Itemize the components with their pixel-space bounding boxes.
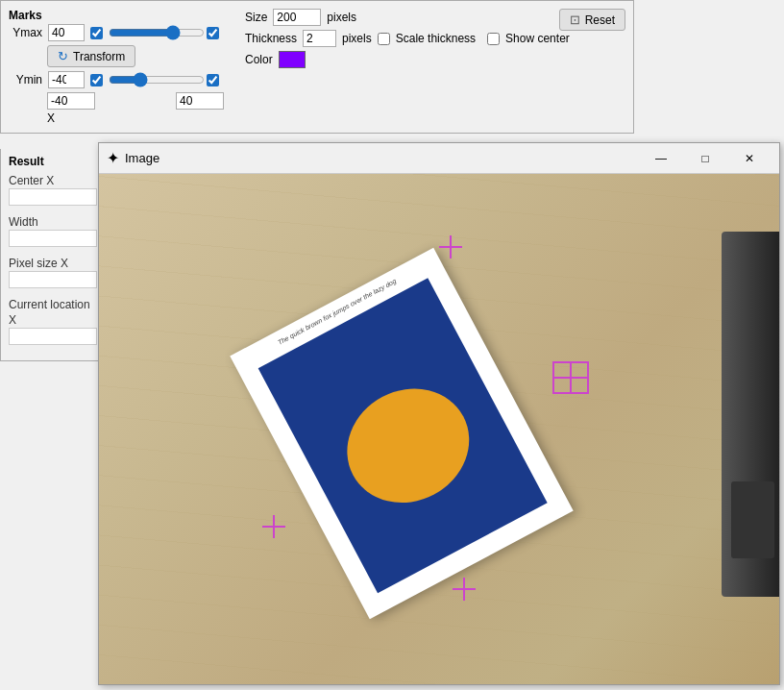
results-panel: Result Center X Width Pixel size X Curre…	[0, 149, 106, 361]
show-center-checkbox[interactable]	[487, 33, 500, 45]
thickness-label: Thickness	[245, 32, 297, 45]
minimize-button[interactable]: —	[639, 145, 683, 172]
marks-section-label: Marks	[9, 9, 224, 22]
width-item: Width	[9, 215, 97, 247]
width-label: Width	[9, 215, 97, 229]
selection-box	[552, 361, 589, 394]
pixel-size-x-label: Pixel size X	[9, 257, 97, 270]
crosshair-bottom-right	[453, 578, 476, 601]
ymax-label: Ymax	[9, 26, 42, 39]
paper-circle-orange	[327, 367, 489, 524]
result-section-label: Result	[9, 155, 97, 168]
current-location-item: Current location X	[9, 298, 97, 345]
current-location-label: Current location	[9, 298, 97, 311]
ymin-slider-checkbox[interactable]	[207, 74, 219, 86]
reset-button[interactable]: ⊡ Reset	[559, 9, 625, 31]
crosshair-top	[439, 235, 462, 259]
ymax-checkbox[interactable]	[90, 27, 103, 39]
ymin-slider[interactable]	[109, 71, 205, 88]
ymax-slider-checkbox[interactable]	[207, 27, 219, 39]
window-titlebar: ✦ Image — □ ✕	[99, 143, 779, 174]
pixel-size-item: Pixel size X	[9, 257, 97, 288]
show-center-label: Show center	[505, 32, 570, 45]
xmax-input[interactable]	[176, 92, 224, 110]
reset-icon: ⊡	[570, 12, 580, 27]
size-input[interactable]	[273, 9, 321, 26]
control-panel: Marks Ymax ↻ Transform Ymin	[0, 0, 634, 134]
crosshair-bottom-left	[262, 515, 285, 538]
window-icon: ✦	[107, 149, 119, 167]
size-unit: pixels	[327, 11, 356, 24]
image-window: ✦ Image — □ ✕ The quick brown fox jumps …	[98, 142, 780, 685]
center-x-item: Center X	[9, 174, 97, 206]
width-value	[9, 230, 97, 247]
selection-box-v	[570, 363, 572, 392]
color-swatch[interactable]	[279, 51, 306, 68]
equipment-detail	[731, 481, 774, 558]
image-content[interactable]: The quick brown fox jumps over the lazy …	[99, 174, 779, 684]
ymin-input[interactable]	[48, 71, 85, 88]
ymax-input[interactable]	[48, 24, 85, 41]
thickness-unit: pixels	[342, 32, 372, 45]
center-x-label: Center X	[9, 174, 97, 187]
scale-thickness-checkbox[interactable]	[378, 33, 390, 45]
window-title: Image	[125, 151, 159, 165]
color-label: Color	[245, 53, 273, 66]
thickness-input[interactable]	[303, 30, 336, 47]
window-title-area: ✦ Image	[107, 149, 159, 167]
x-coord-label: X	[9, 313, 97, 327]
refresh-icon: ↻	[58, 49, 68, 63]
scale-thickness-label: Scale thickness	[396, 32, 476, 45]
pixel-size-x-value	[9, 271, 97, 288]
close-button[interactable]: ✕	[727, 145, 772, 172]
center-x-value	[9, 188, 97, 206]
xmin-input[interactable]	[47, 92, 95, 110]
ymin-checkbox[interactable]	[90, 74, 103, 86]
ymin-label: Ymin	[9, 73, 42, 86]
ymax-slider[interactable]	[109, 24, 205, 41]
restore-button[interactable]: □	[683, 145, 727, 172]
transform-button[interactable]: ↻ Transform	[47, 45, 135, 67]
size-label: Size	[245, 11, 267, 24]
x-coord-value	[9, 328, 97, 345]
window-controls: — □ ✕	[639, 145, 772, 172]
equipment-right	[722, 232, 779, 597]
x-label: X	[47, 111, 55, 125]
